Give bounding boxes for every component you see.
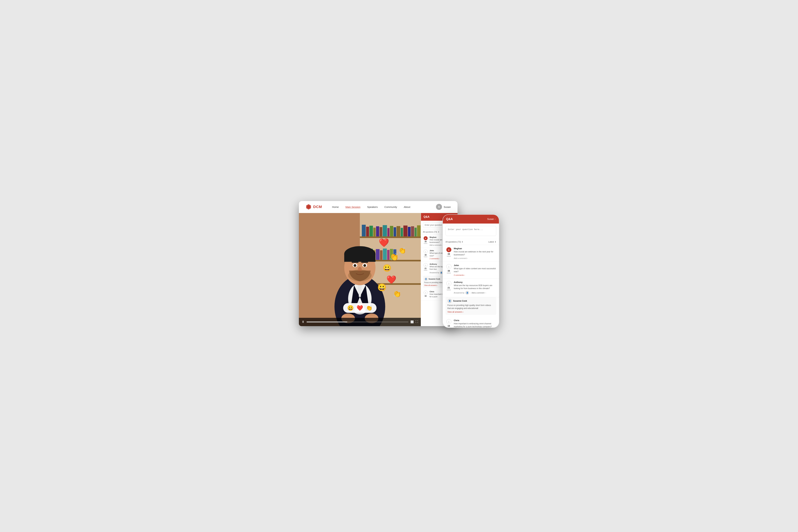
- progress-bar[interactable]: [307, 322, 409, 322]
- svg-rect-23: [414, 228, 417, 236]
- nav-home[interactable]: Home: [332, 206, 339, 208]
- mobile-upvote-1[interactable]: ▲: [446, 247, 451, 252]
- mobile-qa-content-1: Meghan How crucial are webinars in the n…: [454, 247, 496, 259]
- vote-section-1: ▲ 39 votes: [423, 236, 428, 246]
- mobile-qa-question-4: How important is embracing omni-channel …: [454, 322, 496, 327]
- mobile-qa-title: Q&A: [446, 217, 453, 221]
- nav-links: Home Main Session Speakers Community Abo…: [332, 206, 436, 208]
- svg-rect-31: [380, 250, 382, 260]
- fullscreen-icon[interactable]: ⛶: [415, 320, 418, 323]
- svg-rect-24: [417, 225, 420, 236]
- mobile-qa-input-area: [443, 224, 499, 239]
- mobile-answer-author-row-3: 👤 Susanne Cook: [448, 299, 494, 303]
- reaction-bar: 😀 ❤️ 👏: [343, 303, 377, 313]
- nav-user: S Susan: [436, 204, 451, 210]
- subtitles-icon[interactable]: ⬜: [411, 320, 414, 323]
- svg-rect-20: [403, 225, 407, 236]
- list-item: ▲ 39 votes Meghan How crucial are webina…: [443, 245, 499, 262]
- mobile-vote-section-1: ▲ 39 votes: [446, 247, 452, 259]
- mobile-filter-left[interactable]: All questions (73) ⇕: [446, 241, 464, 243]
- svg-rect-17: [394, 227, 396, 236]
- upvote-button-3[interactable]: △: [424, 263, 428, 267]
- vote-label-1: votes: [424, 243, 428, 244]
- svg-rect-12: [376, 226, 379, 236]
- mobile-vote-num-2: 38: [448, 270, 450, 272]
- mobile-qa-author-1: Meghan: [454, 247, 496, 250]
- mobile-answered-row-3: Answered by 👤 | Add a comment ›: [454, 291, 496, 294]
- answer-avatar-3: 👤: [424, 278, 428, 281]
- mobile-vote-lbl-2: votes: [447, 272, 451, 274]
- mobile-view-all-answers-3[interactable]: View all answers ›: [448, 311, 494, 313]
- pause-button[interactable]: ⏸: [302, 320, 305, 324]
- nav-main-session[interactable]: Main Session: [345, 206, 361, 208]
- mobile-upvote-4[interactable]: △: [446, 319, 451, 324]
- mobile-answer-name-3: Susanne Cook: [453, 300, 467, 302]
- svg-rect-30: [376, 249, 379, 260]
- reaction-heart[interactable]: ❤️: [357, 305, 363, 311]
- svg-rect-8: [362, 225, 365, 236]
- mobile-vote-num-1: 39: [448, 253, 450, 255]
- main-content: ❤️ 👏 😀 👏 ❤️ 😀 👏 😀 ❤️ 👏 ⏸: [299, 213, 457, 326]
- mobile-upvote-2[interactable]: △: [446, 264, 451, 269]
- mobile-qa-header: Q&A Susan ›: [443, 215, 499, 224]
- svg-rect-42: [351, 262, 358, 263]
- mobile-qa-author-4: Chris: [454, 319, 496, 322]
- upvote-button-2[interactable]: △: [424, 250, 428, 253]
- mobile-qa-content-3: Anthony What are the top resources B2B b…: [454, 281, 496, 294]
- svg-rect-18: [396, 226, 400, 236]
- mobile-qa-question-2: What type of video content are most succ…: [454, 267, 496, 273]
- progress-fill: [307, 322, 347, 322]
- vote-section-2: △ 38 votes: [423, 250, 428, 260]
- mobile-vote-section-2: △ 38 votes: [446, 264, 452, 276]
- svg-point-46: [353, 264, 356, 267]
- nav-about[interactable]: About: [404, 206, 410, 208]
- mobile-qa-author-2: John: [454, 264, 496, 267]
- upvote-button-4[interactable]: △: [424, 291, 428, 294]
- mobile-sort-right[interactable]: Latest ⇕: [488, 241, 496, 243]
- list-item: △ 16 Chris How important is embracing om…: [443, 317, 499, 327]
- logo-hex-icon: [306, 204, 312, 210]
- video-controls: ⏸ ⬜ ⛶: [299, 318, 421, 326]
- outer-wrapper: DCM Home Main Session Speakers Community…: [299, 201, 499, 331]
- svg-point-47: [363, 264, 366, 267]
- mobile-qa-content-2: John What type of video content are most…: [454, 264, 496, 276]
- mobile-qa-question-3: What are the top resources B2B buyers ar…: [454, 284, 496, 290]
- mobile-vote-section-4: △ 16: [446, 319, 452, 327]
- mobile-vote-section-3: △ 21 votes: [446, 281, 452, 294]
- svg-rect-10: [369, 226, 373, 236]
- user-avatar: S: [436, 204, 442, 210]
- svg-rect-15: [387, 228, 389, 236]
- mobile-qa-action-2[interactable]: 2 comments ›: [454, 274, 496, 276]
- user-name: Susan: [444, 206, 451, 208]
- desktop-frame: DCM Home Main Session Speakers Community…: [299, 201, 457, 326]
- mobile-vote-num-3: 21: [448, 286, 450, 289]
- svg-rect-41: [344, 254, 375, 262]
- svg-rect-22: [411, 226, 414, 236]
- nav-bar: DCM Home Main Session Speakers Community…: [299, 201, 457, 213]
- mobile-inner: Q&A Susan › All questions (73) ⇕ Latest …: [443, 215, 499, 327]
- mobile-qa-action-1[interactable]: Add a comment ›: [454, 257, 496, 259]
- mobile-chevron-icon: ›: [495, 218, 495, 220]
- mobile-qa-content-4: Chris How important is embracing omni-ch…: [454, 319, 496, 327]
- mobile-add-comment-3[interactable]: Add a comment: [472, 292, 485, 294]
- list-item: △ 38 votes John What type of video conte…: [443, 262, 499, 279]
- mobile-upvote-3[interactable]: △: [446, 281, 451, 286]
- list-item: △ 21 votes Anthony What are the top reso…: [443, 279, 499, 297]
- nav-speakers[interactable]: Speakers: [367, 206, 378, 208]
- mobile-vote-lbl-3: votes: [447, 289, 451, 291]
- vote-section-3: △ 21 votes: [423, 263, 428, 274]
- svg-rect-21: [408, 227, 411, 236]
- mobile-qa-input[interactable]: [446, 226, 496, 236]
- svg-rect-19: [401, 228, 403, 236]
- svg-rect-35: [394, 249, 396, 260]
- reaction-smile[interactable]: 😀: [347, 305, 354, 311]
- vote-section-4: △ 16: [423, 291, 428, 299]
- reaction-clap[interactable]: 👏: [366, 305, 373, 311]
- upvote-button-1[interactable]: ▲: [424, 236, 428, 240]
- mobile-answerer-avatar-3: 👤: [465, 291, 469, 294]
- mobile-user-row[interactable]: Susan ›: [487, 218, 495, 221]
- vote-count-3: 21: [424, 267, 427, 269]
- nav-community[interactable]: Community: [384, 206, 397, 208]
- vote-count-2: 38: [424, 254, 427, 256]
- svg-rect-34: [390, 249, 393, 260]
